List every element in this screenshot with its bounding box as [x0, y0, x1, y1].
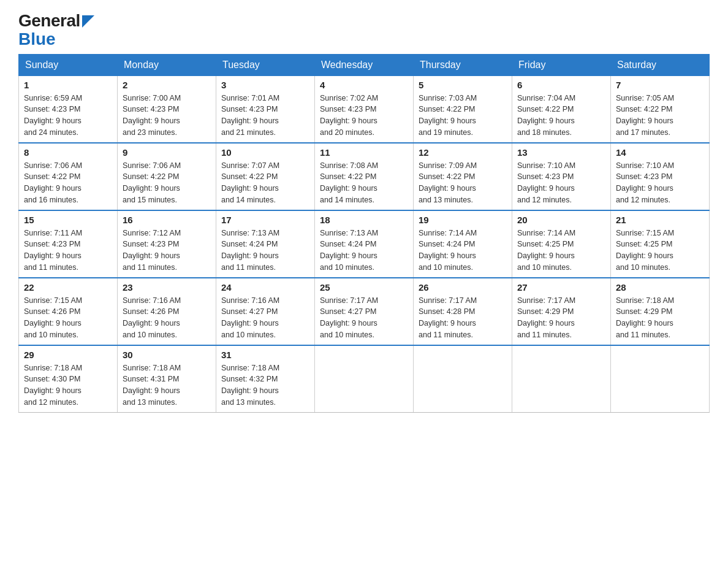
weekday-header-thursday: Thursday	[414, 54, 512, 75]
day-info: Sunrise: 7:06 AMSunset: 4:22 PMDaylight:…	[123, 160, 211, 206]
day-info: Sunrise: 7:08 AMSunset: 4:22 PMDaylight:…	[320, 160, 408, 206]
weekday-header-sunday: Sunday	[19, 54, 118, 75]
day-info: Sunrise: 7:18 AMSunset: 4:31 PMDaylight:…	[123, 362, 211, 408]
day-number: 5	[419, 80, 507, 90]
logo-arrow-icon	[82, 15, 94, 28]
day-info: Sunrise: 7:04 AMSunset: 4:22 PMDaylight:…	[517, 93, 605, 139]
calendar-week-row: 8Sunrise: 7:06 AMSunset: 4:22 PMDaylight…	[19, 143, 710, 210]
day-number: 4	[320, 80, 408, 90]
day-number: 23	[123, 282, 211, 293]
calendar-cell: 24Sunrise: 7:16 AMSunset: 4:27 PMDayligh…	[216, 278, 315, 345]
calendar-cell: 8Sunrise: 7:06 AMSunset: 4:22 PMDaylight…	[19, 143, 118, 210]
calendar-cell: 19Sunrise: 7:14 AMSunset: 4:24 PMDayligh…	[414, 210, 512, 278]
day-number: 6	[517, 80, 605, 90]
calendar-cell	[611, 345, 710, 413]
calendar-cell: 11Sunrise: 7:08 AMSunset: 4:22 PMDayligh…	[315, 143, 414, 210]
day-number: 15	[24, 215, 112, 225]
calendar-header-row: SundayMondayTuesdayWednesdayThursdayFrid…	[19, 54, 710, 75]
calendar-cell: 14Sunrise: 7:10 AMSunset: 4:23 PMDayligh…	[611, 143, 710, 210]
calendar-table: SundayMondayTuesdayWednesdayThursdayFrid…	[18, 54, 710, 413]
day-number: 18	[320, 215, 408, 225]
calendar-cell: 30Sunrise: 7:18 AMSunset: 4:31 PMDayligh…	[118, 345, 216, 413]
calendar-cell: 4Sunrise: 7:02 AMSunset: 4:23 PMDaylight…	[315, 75, 414, 143]
day-info: Sunrise: 7:17 AMSunset: 4:28 PMDaylight:…	[419, 295, 507, 341]
day-number: 13	[517, 147, 605, 158]
calendar-cell: 25Sunrise: 7:17 AMSunset: 4:27 PMDayligh…	[315, 278, 414, 345]
day-info: Sunrise: 6:59 AMSunset: 4:23 PMDaylight:…	[24, 93, 112, 139]
page-header: General Blue	[18, 12, 710, 48]
calendar-cell	[512, 345, 611, 413]
weekday-header-tuesday: Tuesday	[216, 54, 315, 75]
day-number: 20	[517, 215, 605, 225]
day-number: 11	[320, 147, 408, 158]
weekday-header-wednesday: Wednesday	[315, 54, 414, 75]
day-info: Sunrise: 7:18 AMSunset: 4:30 PMDaylight:…	[24, 362, 112, 408]
day-info: Sunrise: 7:02 AMSunset: 4:23 PMDaylight:…	[320, 93, 408, 139]
day-number: 1	[24, 80, 112, 90]
weekday-header-monday: Monday	[118, 54, 216, 75]
day-number: 10	[221, 147, 309, 158]
calendar-cell	[414, 345, 512, 413]
calendar-cell: 12Sunrise: 7:09 AMSunset: 4:22 PMDayligh…	[414, 143, 512, 210]
calendar-cell: 5Sunrise: 7:03 AMSunset: 4:22 PMDaylight…	[414, 75, 512, 143]
calendar-cell: 15Sunrise: 7:11 AMSunset: 4:23 PMDayligh…	[19, 210, 118, 278]
day-info: Sunrise: 7:14 AMSunset: 4:25 PMDaylight:…	[517, 228, 605, 274]
day-number: 9	[123, 147, 211, 158]
calendar-cell: 10Sunrise: 7:07 AMSunset: 4:22 PMDayligh…	[216, 143, 315, 210]
day-number: 25	[320, 282, 408, 293]
calendar-cell: 17Sunrise: 7:13 AMSunset: 4:24 PMDayligh…	[216, 210, 315, 278]
calendar-cell: 16Sunrise: 7:12 AMSunset: 4:23 PMDayligh…	[118, 210, 216, 278]
day-number: 28	[616, 282, 704, 293]
day-number: 26	[419, 282, 507, 293]
calendar-cell: 26Sunrise: 7:17 AMSunset: 4:28 PMDayligh…	[414, 278, 512, 345]
calendar-cell: 9Sunrise: 7:06 AMSunset: 4:22 PMDaylight…	[118, 143, 216, 210]
day-info: Sunrise: 7:14 AMSunset: 4:24 PMDaylight:…	[419, 228, 507, 274]
day-number: 29	[24, 350, 112, 360]
day-number: 21	[616, 215, 704, 225]
calendar-cell: 1Sunrise: 6:59 AMSunset: 4:23 PMDaylight…	[19, 75, 118, 143]
calendar-cell: 2Sunrise: 7:00 AMSunset: 4:23 PMDaylight…	[118, 75, 216, 143]
day-number: 2	[123, 80, 211, 90]
calendar-cell: 22Sunrise: 7:15 AMSunset: 4:26 PMDayligh…	[19, 278, 118, 345]
calendar-week-row: 15Sunrise: 7:11 AMSunset: 4:23 PMDayligh…	[19, 210, 710, 278]
day-number: 17	[221, 215, 309, 225]
logo-blue: Blue	[18, 31, 56, 48]
day-info: Sunrise: 7:15 AMSunset: 4:25 PMDaylight:…	[616, 228, 704, 274]
day-info: Sunrise: 7:07 AMSunset: 4:22 PMDaylight:…	[221, 160, 309, 206]
day-info: Sunrise: 7:17 AMSunset: 4:27 PMDaylight:…	[320, 295, 408, 341]
day-number: 14	[616, 147, 704, 158]
day-info: Sunrise: 7:09 AMSunset: 4:22 PMDaylight:…	[419, 160, 507, 206]
day-info: Sunrise: 7:13 AMSunset: 4:24 PMDaylight:…	[221, 228, 309, 274]
day-number: 30	[123, 350, 211, 360]
calendar-week-row: 1Sunrise: 6:59 AMSunset: 4:23 PMDaylight…	[19, 75, 710, 143]
weekday-header-friday: Friday	[512, 54, 611, 75]
day-number: 7	[616, 80, 704, 90]
calendar-cell: 13Sunrise: 7:10 AMSunset: 4:23 PMDayligh…	[512, 143, 611, 210]
day-info: Sunrise: 7:10 AMSunset: 4:23 PMDaylight:…	[616, 160, 704, 206]
day-info: Sunrise: 7:16 AMSunset: 4:27 PMDaylight:…	[221, 295, 309, 341]
day-info: Sunrise: 7:16 AMSunset: 4:26 PMDaylight:…	[123, 295, 211, 341]
day-info: Sunrise: 7:17 AMSunset: 4:29 PMDaylight:…	[517, 295, 605, 341]
calendar-cell: 21Sunrise: 7:15 AMSunset: 4:25 PMDayligh…	[611, 210, 710, 278]
calendar-cell: 27Sunrise: 7:17 AMSunset: 4:29 PMDayligh…	[512, 278, 611, 345]
svg-marker-0	[82, 15, 94, 28]
day-info: Sunrise: 7:12 AMSunset: 4:23 PMDaylight:…	[123, 228, 211, 274]
calendar-cell: 6Sunrise: 7:04 AMSunset: 4:22 PMDaylight…	[512, 75, 611, 143]
weekday-header-saturday: Saturday	[611, 54, 710, 75]
day-number: 22	[24, 282, 112, 293]
day-number: 16	[123, 215, 211, 225]
day-info: Sunrise: 7:01 AMSunset: 4:23 PMDaylight:…	[221, 93, 309, 139]
day-number: 19	[419, 215, 507, 225]
day-number: 24	[221, 282, 309, 293]
day-info: Sunrise: 7:05 AMSunset: 4:22 PMDaylight:…	[616, 93, 704, 139]
day-info: Sunrise: 7:06 AMSunset: 4:22 PMDaylight:…	[24, 160, 112, 206]
day-info: Sunrise: 7:15 AMSunset: 4:26 PMDaylight:…	[24, 295, 112, 341]
calendar-cell: 31Sunrise: 7:18 AMSunset: 4:32 PMDayligh…	[216, 345, 315, 413]
day-number: 31	[221, 350, 309, 360]
day-info: Sunrise: 7:11 AMSunset: 4:23 PMDaylight:…	[24, 228, 112, 274]
day-number: 8	[24, 147, 112, 158]
calendar-cell	[315, 345, 414, 413]
calendar-cell: 29Sunrise: 7:18 AMSunset: 4:30 PMDayligh…	[19, 345, 118, 413]
calendar-week-row: 22Sunrise: 7:15 AMSunset: 4:26 PMDayligh…	[19, 278, 710, 345]
calendar-cell: 28Sunrise: 7:18 AMSunset: 4:29 PMDayligh…	[611, 278, 710, 345]
